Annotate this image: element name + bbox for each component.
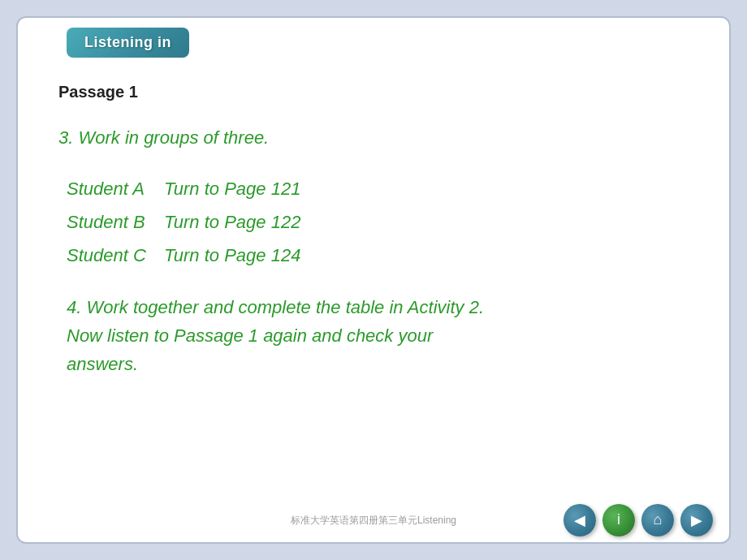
activity-line-2: Now listen to Passage 1 again and check … [67,321,689,350]
student-c-label: Student C [67,242,164,269]
students-table: Student A Turn to Page 121 Student B Tur… [67,175,689,269]
student-row-b: Student B Turn to Page 122 [67,209,689,235]
forward-icon: ▶ [691,511,702,529]
student-b-label: Student B [67,209,164,235]
info-icon: i [617,511,620,528]
slide-container: Listening in Passage 1 3. Work in groups… [16,16,731,544]
nav-home-button[interactable]: ⌂ [641,504,674,536]
student-row-c: Student C Turn to Page 124 [67,242,689,269]
back-icon: ◀ [574,511,585,529]
header-title: Listening in [84,34,171,50]
student-b-page: Turn to Page 122 [164,209,300,235]
footer-watermark: 标准大学英语第四册第三单元Listening [291,514,456,528]
footer-area: 标准大学英语第四册第三单元Listening ◀ i ⌂ ▶ [18,498,729,542]
activity-line-3: answers. [67,350,689,378]
student-c-page: Turn to Page 124 [164,242,300,269]
header-banner: Listening in [67,28,189,58]
activity-block: 4. Work together and complete the table … [67,293,689,379]
student-row-a: Student A Turn to Page 121 [67,175,689,202]
home-icon: ⌂ [654,511,663,528]
student-a-label: Student A [67,175,164,202]
nav-info-button[interactable]: i [602,504,635,536]
activity-line-1: 4. Work together and complete the table … [67,293,689,321]
nav-buttons: ◀ i ⌂ ▶ [563,504,713,536]
instruction-3: 3. Work in groups of three. [58,126,689,151]
content-area: Passage 1 3. Work in groups of three. St… [58,67,689,493]
passage-title: Passage 1 [58,83,689,101]
student-a-page: Turn to Page 121 [164,175,300,202]
nav-forward-button[interactable]: ▶ [680,504,713,536]
nav-back-button[interactable]: ◀ [563,504,596,536]
